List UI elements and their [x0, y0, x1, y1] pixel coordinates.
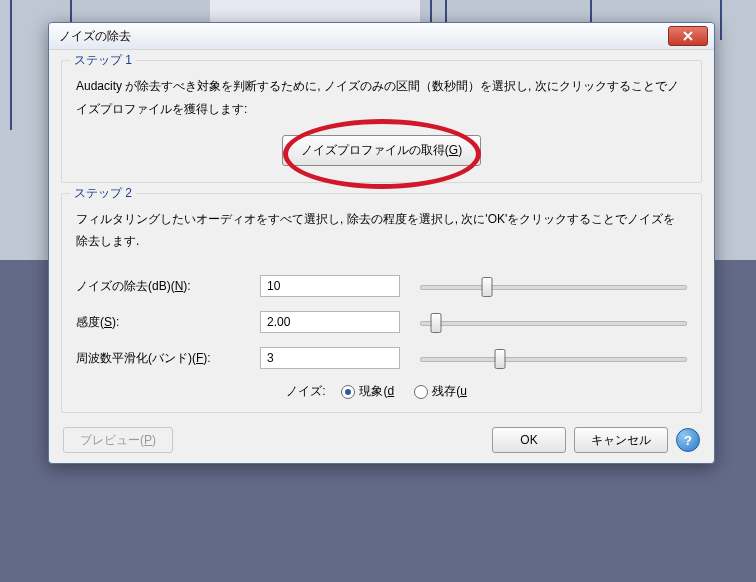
title-bar[interactable]: ノイズの除去	[49, 23, 714, 50]
freq-label: 周波数平滑化(バンド)(F):	[76, 350, 260, 367]
sensitivity-row: 感度(S):	[76, 309, 687, 335]
noise-mode-row: ノイズ: 現象(d 残存(u	[76, 383, 687, 400]
slider-thumb[interactable]	[431, 313, 442, 333]
profile-button-label: ノイズプロファイルの取得(	[301, 143, 449, 157]
step1-group: ステップ 1 Audacity が除去すべき対象を判断するために, ノイズのみの…	[61, 60, 702, 183]
preview-button[interactable]: プレビュー(P)	[63, 427, 173, 453]
noise-db-slider[interactable]	[420, 276, 687, 296]
noise-mode-label: ノイズ:	[286, 383, 325, 400]
sensitivity-input[interactable]	[260, 311, 400, 333]
slider-thumb[interactable]	[481, 277, 492, 297]
step1-text: Audacity が除去すべき対象を判断するために, ノイズのみの区間（数秒間）…	[76, 75, 687, 121]
noise-db-input[interactable]	[260, 275, 400, 297]
button-bar: プレビュー(P) OK キャンセル ?	[49, 417, 714, 459]
noise-removal-dialog: ノイズの除去 ステップ 1 Audacity が除去すべき対象を判断するために,…	[48, 22, 715, 464]
step1-legend: ステップ 1	[70, 52, 136, 69]
profile-button-key: G	[449, 143, 458, 157]
window-title: ノイズの除去	[59, 28, 668, 45]
step2-group: ステップ 2 フィルタリングしたいオーディオをすべて選択し, 除去の程度を選択し…	[61, 193, 702, 414]
ok-button[interactable]: OK	[492, 427, 566, 453]
freq-input[interactable]	[260, 347, 400, 369]
noise-db-row: ノイズの除去(dB)(N):	[76, 273, 687, 299]
step2-legend: ステップ 2	[70, 185, 136, 202]
profile-button-end: )	[458, 143, 462, 157]
help-button[interactable]: ?	[676, 428, 700, 452]
cancel-button[interactable]: キャンセル	[574, 427, 668, 453]
slider-thumb[interactable]	[495, 349, 506, 369]
step2-text: フィルタリングしたいオーディオをすべて選択し, 除去の程度を選択し, 次に'OK…	[76, 208, 687, 254]
sensitivity-slider[interactable]	[420, 312, 687, 332]
radio-isolate[interactable]: 残存(u	[414, 383, 467, 400]
close-button[interactable]	[668, 26, 708, 46]
radio-dot-icon	[341, 385, 355, 399]
close-icon	[683, 31, 693, 41]
sensitivity-label: 感度(S):	[76, 314, 260, 331]
freq-row: 周波数平滑化(バンド)(F):	[76, 345, 687, 371]
radio-remove[interactable]: 現象(d	[341, 383, 394, 400]
get-noise-profile-button[interactable]: ノイズプロファイルの取得(G)	[282, 135, 481, 166]
freq-slider[interactable]	[420, 348, 687, 368]
noise-db-label: ノイズの除去(dB)(N):	[76, 278, 260, 295]
radio-dot-icon	[414, 385, 428, 399]
